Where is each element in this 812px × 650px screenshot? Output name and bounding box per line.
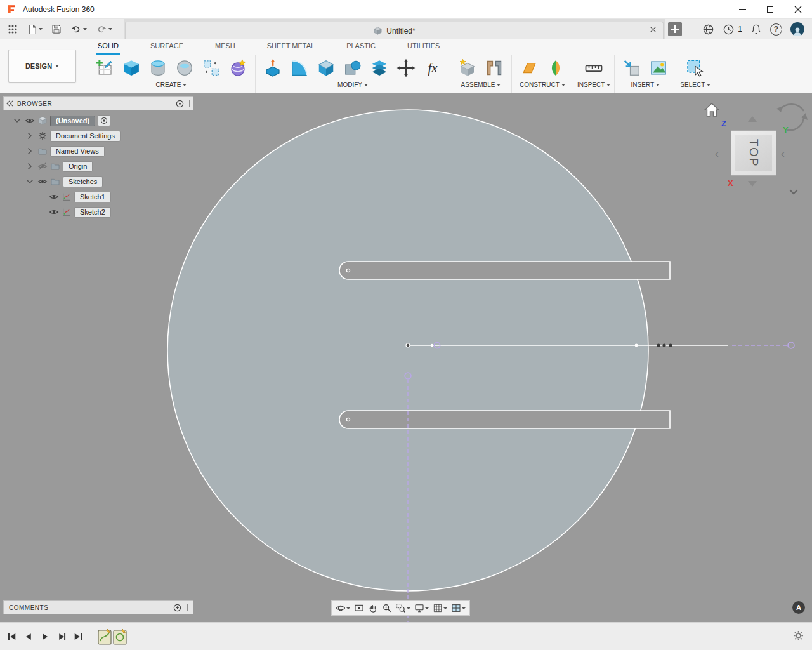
home-view-icon[interactable] — [704, 102, 720, 117]
create-sphere-button[interactable] — [171, 55, 198, 81]
tab-sheet-metal[interactable]: SHEET METAL — [266, 39, 316, 55]
rotate-down-arrow[interactable] — [748, 181, 757, 187]
create-box-button[interactable] — [118, 55, 145, 81]
rotate-right-arrow[interactable]: ‹ — [781, 148, 785, 159]
comments-panel[interactable]: COMMENTS — [3, 600, 193, 614]
viewcube-face-top[interactable]: TOP — [731, 130, 776, 176]
joint-button[interactable] — [481, 55, 508, 81]
job-status-clock-icon[interactable] — [723, 23, 735, 36]
play-button[interactable] — [39, 631, 51, 642]
rotate-up-arrow[interactable] — [748, 116, 757, 122]
panel-resize-grip[interactable] — [189, 100, 190, 107]
modify-group-label[interactable]: MODIFY — [337, 81, 368, 88]
select-group-label[interactable]: SELECT — [680, 81, 710, 88]
rotate-left-arrow[interactable]: ‹ — [715, 148, 719, 159]
file-menu-button[interactable] — [24, 22, 45, 37]
zoom-window-button[interactable] — [394, 602, 412, 614]
design-workspace-button[interactable]: DESIGN — [8, 50, 76, 83]
look-at-button[interactable] — [352, 602, 366, 614]
browser-node-sketch1[interactable]: Sketch1 — [3, 189, 193, 204]
browser-node-sketches[interactable]: Sketches — [3, 174, 193, 189]
browser-node-document-settings[interactable]: Document Settings — [3, 128, 193, 143]
timeline-sketch2-feature[interactable] — [113, 628, 127, 645]
tab-solid[interactable]: SOLID — [96, 39, 120, 55]
annotation-badge[interactable]: A — [792, 601, 805, 614]
create-cylinder-button[interactable] — [145, 55, 171, 81]
go-to-end-button[interactable] — [72, 631, 84, 642]
insert-canvas-button[interactable] — [645, 55, 672, 81]
assemble-group-label[interactable]: ASSEMBLE — [461, 81, 501, 88]
go-to-start-button[interactable] — [6, 631, 18, 642]
timeline-sketch1-feature[interactable] — [98, 628, 112, 645]
change-parameters-button[interactable]: fx — [419, 55, 446, 81]
browser-node-origin[interactable]: Origin — [3, 159, 193, 174]
inspect-group-label[interactable]: INSPECT — [577, 81, 610, 88]
sketches-folder-label[interactable]: Sketches — [63, 176, 103, 187]
browser-node-named-views[interactable]: Named Views — [3, 143, 193, 159]
minimize-button[interactable] — [728, 0, 756, 18]
undo-button[interactable] — [68, 22, 89, 37]
visibility-eye-icon[interactable] — [25, 116, 35, 126]
redo-button[interactable] — [93, 22, 115, 37]
collapsed-arrow-icon[interactable] — [25, 146, 35, 156]
viewport-canvas[interactable]: BROWSER (Unsaved) — [0, 93, 812, 622]
expand-comments-icon[interactable] — [173, 604, 181, 612]
timeline-settings-button[interactable] — [792, 630, 804, 644]
sketch1-label[interactable]: Sketch1 — [74, 192, 111, 202]
visibility-eye-icon[interactable] — [49, 192, 59, 202]
step-forward-button[interactable] — [56, 631, 67, 642]
orbit-button[interactable] — [334, 602, 352, 614]
shell-button[interactable] — [313, 55, 339, 81]
visibility-eye-icon[interactable] — [37, 176, 48, 187]
browser-node-root[interactable]: (Unsaved) — [3, 113, 193, 128]
named-views-label[interactable]: Named Views — [50, 146, 105, 157]
tab-utilities[interactable]: UTILITIES — [406, 39, 441, 55]
tab-close-button[interactable] — [650, 26, 657, 35]
maximize-button[interactable] — [756, 0, 784, 18]
select-button[interactable] — [682, 55, 709, 81]
new-component-button[interactable] — [454, 55, 481, 81]
viewcube-menu-chevron-icon[interactable] — [789, 189, 799, 195]
move-copy-button[interactable] — [393, 55, 419, 81]
collapse-panel-icon[interactable] — [6, 100, 14, 107]
expanded-arrow-icon[interactable] — [25, 176, 35, 187]
tab-mesh[interactable]: MESH — [214, 39, 237, 55]
construct-axis-button[interactable] — [542, 55, 569, 81]
activate-component-radio[interactable] — [98, 115, 110, 126]
tab-surface[interactable]: SURFACE — [149, 39, 185, 55]
construct-group-label[interactable]: CONSTRUCT — [520, 81, 565, 88]
save-button[interactable] — [49, 22, 64, 36]
split-body-button[interactable] — [366, 55, 393, 81]
new-tab-button[interactable] — [668, 22, 682, 36]
construct-plane-button[interactable] — [516, 55, 542, 81]
create-pattern-button[interactable] — [198, 55, 225, 81]
collapsed-arrow-icon[interactable] — [25, 131, 35, 141]
extensions-globe-icon[interactable] — [702, 23, 714, 36]
measure-button[interactable] — [580, 55, 607, 81]
root-node-label[interactable]: (Unsaved) — [50, 116, 95, 126]
notifications-bell-icon[interactable] — [750, 23, 762, 35]
create-group-label[interactable]: CREATE — [156, 81, 187, 88]
tab-plastic[interactable]: PLASTIC — [345, 39, 377, 55]
panel-resize-grip[interactable] — [187, 604, 188, 611]
app-grid-button[interactable] — [5, 22, 20, 36]
expanded-arrow-icon[interactable] — [12, 116, 22, 126]
sketch2-label[interactable]: Sketch2 — [74, 207, 111, 218]
pan-button[interactable] — [366, 602, 380, 614]
step-back-button[interactable] — [23, 631, 34, 642]
insert-group-label[interactable]: INSERT — [631, 81, 660, 88]
help-button[interactable]: ? — [770, 23, 782, 36]
create-sketch-button[interactable] — [91, 55, 118, 81]
press-pull-button[interactable] — [259, 55, 286, 81]
grid-settings-button[interactable] — [431, 602, 449, 614]
insert-derive-button[interactable] — [619, 55, 645, 81]
panel-options-icon[interactable] — [176, 100, 184, 108]
visibility-off-eye-icon[interactable] — [37, 161, 48, 171]
close-button[interactable] — [784, 0, 812, 18]
document-tab[interactable]: Untitled* — [125, 22, 664, 39]
user-avatar[interactable] — [790, 22, 804, 36]
create-coil-button[interactable] — [225, 55, 251, 81]
origin-label[interactable]: Origin — [63, 161, 93, 172]
visibility-eye-icon[interactable] — [49, 207, 59, 217]
collapsed-arrow-icon[interactable] — [25, 161, 35, 171]
